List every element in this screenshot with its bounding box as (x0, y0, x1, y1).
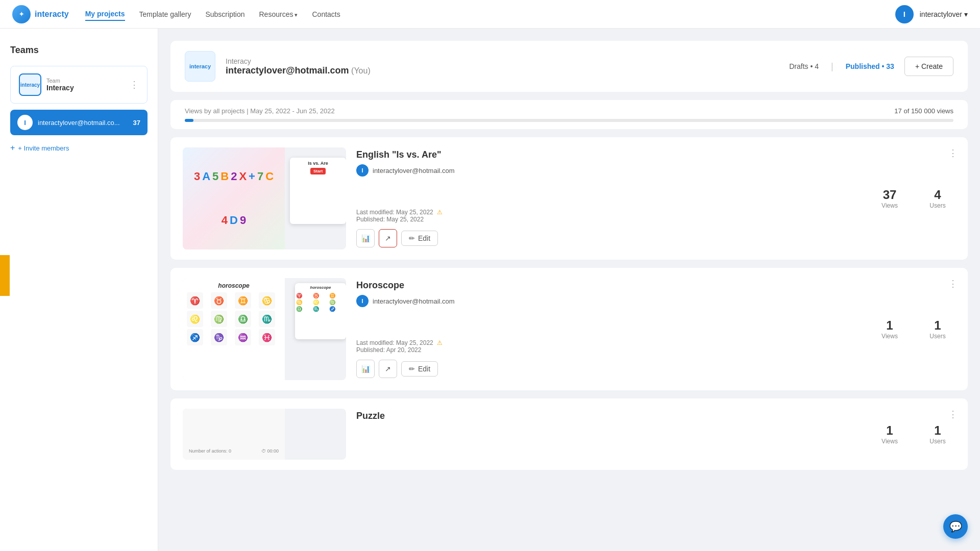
views-number: 37 (872, 188, 908, 202)
progress-fill (185, 119, 193, 122)
published-link[interactable]: Published • 33 (846, 62, 894, 70)
horo-overlay-grid: ♈ ♉ ♊ ♋ ♌ ♍ ♎ ♏ ♐ (295, 292, 346, 313)
chat-icon: 💬 (949, 520, 962, 533)
more-options-button[interactable]: ⋮ (948, 278, 958, 289)
puzzle-meta: Number of actions: 0 ⏱ 00:00 (189, 448, 279, 454)
zodiac-cancer: ♋ (259, 292, 275, 309)
logo-text: interacty (35, 10, 69, 19)
invite-label: + Invite members (18, 144, 69, 152)
zodiac-leo: ♌ (187, 311, 203, 327)
project-info: English "Is vs. Are" I interactylover@ho… (356, 147, 862, 249)
navbar-right: I interactylover ▾ (895, 5, 968, 23)
users-label: Users (920, 438, 955, 445)
project-thumbnail: horoscope ♈ ♉ ♊ ♋ ♌ ♍ ♎ ♏ ♐ ♑ ♒ ♓ (183, 278, 346, 380)
users-number: 4 (920, 188, 955, 202)
horo-overlay-title: horoscope (295, 283, 346, 292)
project-title: Horoscope (356, 280, 862, 291)
overlay-start-btn: Start (310, 168, 326, 174)
team-label: Team (46, 78, 74, 84)
plus-icon: + (10, 143, 15, 153)
zodiac-aquarius: ♒ (235, 329, 251, 345)
more-options-button[interactable]: ⋮ (948, 409, 958, 420)
team-name: Interacy (46, 84, 74, 92)
feedback-tab[interactable]: Feedback (0, 255, 10, 296)
users-stat: 1 Users (920, 423, 955, 445)
views-label: Views (872, 438, 908, 445)
users-number: 1 (920, 318, 955, 333)
zodiac-taurus: ♉ (211, 292, 227, 309)
nav-my-projects[interactable]: My projects (85, 8, 125, 21)
nav-template-gallery[interactable]: Template gallery (139, 8, 191, 20)
edit-icon: ✏ (409, 365, 415, 373)
team-info: Team Interacy (46, 78, 74, 92)
analytics-button[interactable]: 📊 (356, 229, 375, 247)
sidebar-user-avatar: I (17, 115, 33, 130)
views-stat: 1 Views (872, 423, 908, 445)
overlay-title: Is vs. Are (293, 161, 343, 166)
author-email: interactylover@hotmail.com (373, 167, 455, 174)
edit-button[interactable]: ✏ English "Is vs. Are" Edit (401, 231, 438, 246)
project-stats: 1 Views 1 Users (872, 409, 955, 460)
project-title: Puzzle (356, 411, 862, 421)
team-logo: interacy (19, 73, 41, 96)
published-date: Published: Apr 20, 2022 (356, 346, 862, 354)
zodiac-aries: ♈ (187, 292, 203, 309)
views-label: Views by all projects | May 25, 2022 - J… (185, 107, 335, 115)
user-email-row: interactylover@hotmail.com (You) (226, 65, 779, 76)
overlay-content: Is vs. Are Start (290, 158, 346, 178)
share-button[interactable]: ↗ (379, 229, 397, 247)
user-email: interactylover@hotmail.com (226, 65, 349, 76)
views-label: Views (872, 333, 908, 340)
project-card: horoscope ♈ ♉ ♊ ♋ ♌ ♍ ♎ ♏ ♐ ♑ ♒ ♓ (170, 268, 968, 390)
share-button[interactable]: ↗ (379, 360, 397, 378)
project-title: English "Is vs. Are" (356, 149, 862, 160)
user-menu[interactable]: interactylover ▾ (920, 10, 968, 18)
zodiac-virgo: ♍ (211, 311, 227, 327)
thumb-letters-bg: 3 A 5 B 2 X + 7 C 4 D 9 (183, 147, 285, 249)
project-info: Horoscope I interactylover@hotmail.com L… (356, 278, 862, 380)
chat-button[interactable]: 💬 (943, 514, 968, 539)
header-stats: Drafts • 4 | Published • 33 (789, 61, 894, 72)
zodiac-grid: ♈ ♉ ♊ ♋ ♌ ♍ ♎ ♏ ♐ ♑ ♒ ♓ (187, 292, 281, 345)
more-options-button[interactable]: ⋮ (948, 147, 958, 159)
users-label: Users (920, 333, 955, 340)
thumb-puzzle-bg: Number of actions: 0 ⏱ 00:00 (183, 409, 285, 460)
views-count: 17 of 150 000 views (894, 107, 953, 115)
project-stats: 1 Views 1 Users (872, 278, 955, 380)
logo[interactable]: ✦ interacty (12, 5, 69, 23)
project-author: I interactylover@hotmail.com (356, 164, 862, 177)
thumb-horoscope-bg: horoscope ♈ ♉ ♊ ♋ ♌ ♍ ♎ ♏ ♐ ♑ ♒ ♓ (183, 278, 285, 380)
team-card-left: interacy Team Interacy (19, 73, 74, 96)
zodiac-capricorn: ♑ (211, 329, 227, 345)
users-number: 1 (920, 423, 955, 438)
sidebar-user-item[interactable]: I interactylover@hotmail.co... 37 (10, 110, 148, 135)
nav-resources[interactable]: Resources (259, 8, 298, 20)
warning-icon: ⚠ (437, 209, 443, 216)
horoscope-title: horoscope (187, 282, 281, 289)
sidebar-user-count: 37 (133, 119, 140, 127)
thumb-overlay: Is vs. Are Start (290, 158, 346, 224)
last-modified: Last modified: May 25, 2022 ⚠ (356, 209, 862, 216)
zodiac-scorpio: ♏ (259, 311, 275, 327)
users-stat: 4 Users (920, 188, 955, 209)
zodiac-libra: ♎ (235, 311, 251, 327)
users-label: Users (920, 202, 955, 209)
sidebar: Teams interacy Team Interacy ⋮ I interac… (0, 29, 158, 551)
stat-divider: | (831, 61, 834, 72)
team-more-button[interactable]: ⋮ (130, 79, 139, 90)
project-actions: 📊 ↗ ✏ English "Is vs. Are" Edit (356, 229, 862, 247)
drafts-stat: Drafts • 4 (789, 62, 819, 70)
navbar: ✦ interacty My projects Template gallery… (0, 0, 980, 29)
analytics-button[interactable]: 📊 (356, 360, 375, 378)
edit-button[interactable]: ✏ Edit (401, 361, 438, 377)
nav-links: My projects Template gallery Subscriptio… (85, 8, 895, 21)
create-button[interactable]: + Create (904, 57, 953, 76)
org-name: Interacy (226, 57, 779, 65)
nav-subscription[interactable]: Subscription (205, 8, 244, 20)
invite-members-button[interactable]: + + Invite members (10, 140, 148, 156)
warning-icon: ⚠ (437, 339, 443, 346)
project-actions: 📊 ↗ ✏ Edit (356, 360, 862, 378)
views-number: 1 (872, 318, 908, 333)
team-card: interacy Team Interacy ⋮ (10, 66, 148, 104)
nav-contacts[interactable]: Contacts (312, 8, 340, 20)
